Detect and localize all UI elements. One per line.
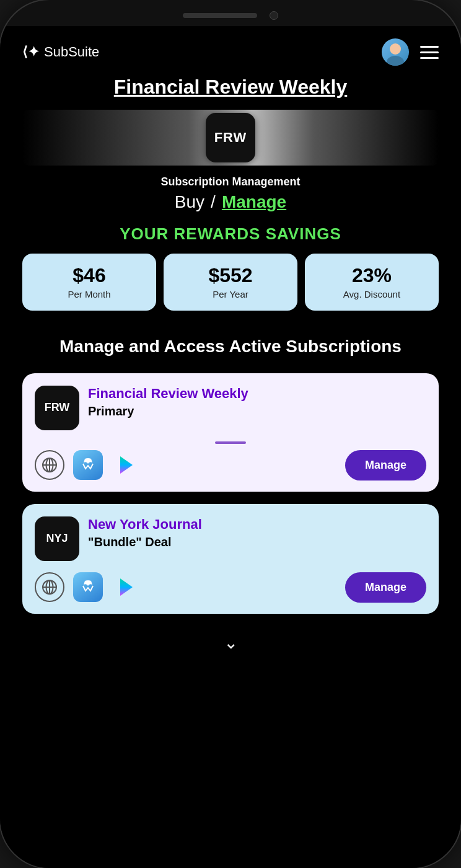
sub-name-nyj: New York Journal: [88, 516, 202, 533]
manage-link[interactable]: Manage: [222, 192, 286, 212]
sub-card-header-frw: FRW Financial Review Weekly Primary: [35, 386, 426, 430]
screen: ⟨✦ SubSuite Financial Review W: [0, 26, 461, 868]
sub-logo-text-frw: FRW: [45, 401, 70, 414]
rewards-title: YOUR REWARDS SAVINGS: [120, 224, 341, 244]
logo-area: ⟨✦ SubSuite: [22, 44, 99, 60]
main-content: Financial Review Weekly FRW Subscription…: [0, 76, 461, 868]
logo-text: SubSuite: [44, 44, 99, 60]
web-icon-nyj[interactable]: [35, 572, 64, 602]
card-divider-frw: [215, 441, 246, 444]
phone-shell: ⟨✦ SubSuite Financial Review W: [0, 0, 461, 868]
hamburger-menu-button[interactable]: [420, 46, 439, 59]
phone-top-bar: [0, 0, 461, 26]
header-right: [382, 38, 439, 66]
discount-value: 23%: [352, 265, 392, 286]
yearly-label: Per Year: [213, 289, 248, 299]
banner-logo: FRW: [206, 113, 255, 162]
app-store-icon-frw[interactable]: [73, 450, 103, 480]
monthly-value: $46: [72, 265, 105, 286]
scroll-down-chevron[interactable]: ⌄: [224, 632, 238, 653]
avatar-head: [390, 43, 401, 55]
sub-info-frw: Financial Review Weekly Primary: [88, 386, 248, 418]
hamburger-line-3: [420, 57, 439, 59]
subscription-card-frw: FRW Financial Review Weekly Primary: [22, 373, 439, 492]
hamburger-line-1: [420, 46, 439, 48]
sub-card-footer-frw: Manage: [35, 450, 426, 480]
sub-logo-frw: FRW: [35, 386, 79, 430]
subscriptions-section-heading: Manage and Access Active Subscriptions: [59, 335, 402, 358]
savings-card-monthly: $46 Per Month: [22, 254, 156, 311]
logo-icon: ⟨✦: [22, 44, 39, 60]
web-icon-frw[interactable]: [35, 450, 64, 480]
subscription-card-nyj: NYJ New York Journal "Bundle" Deal: [22, 504, 439, 614]
manage-button-nyj[interactable]: Manage: [345, 572, 426, 603]
sub-card-header-nyj: NYJ New York Journal "Bundle" Deal: [35, 516, 426, 561]
avatar-body: [387, 56, 404, 66]
banner-logo-text: FRW: [214, 130, 247, 146]
app-header: ⟨✦ SubSuite: [0, 26, 461, 76]
sub-type-frw: Primary: [88, 404, 248, 418]
savings-card-yearly: $552 Per Year: [164, 254, 297, 311]
play-store-icon-frw[interactable]: [112, 450, 141, 480]
play-store-icon-nyj[interactable]: [112, 572, 141, 602]
svg-marker-9: [120, 578, 133, 596]
discount-label: Avg. Discount: [343, 289, 400, 299]
buy-manage-row: Buy / Manage: [175, 192, 286, 212]
sub-logo-text-nyj: NYJ: [46, 532, 68, 545]
hamburger-line-2: [420, 51, 439, 53]
savings-cards-row: $46 Per Month $552 Per Year 23% Avg. Dis…: [22, 254, 439, 311]
buy-label: Buy: [175, 192, 204, 212]
slash-separator: /: [211, 192, 216, 212]
monthly-label: Per Month: [68, 289, 110, 299]
sub-management-label: Subscription Management: [160, 175, 300, 188]
manage-button-frw[interactable]: Manage: [345, 450, 426, 480]
sub-logo-nyj: NYJ: [35, 516, 79, 561]
camera-dot: [270, 11, 278, 20]
page-title: Financial Review Weekly: [22, 76, 439, 99]
sub-name-frw: Financial Review Weekly: [88, 386, 248, 402]
publication-banner: FRW: [22, 110, 439, 166]
notch-pill: [183, 13, 257, 18]
yearly-value: $552: [208, 265, 252, 286]
sub-type-nyj: "Bundle" Deal: [88, 535, 202, 549]
svg-marker-4: [120, 456, 133, 474]
avatar[interactable]: [382, 38, 409, 66]
savings-card-discount: 23% Avg. Discount: [305, 254, 439, 311]
app-store-icon-nyj[interactable]: [73, 572, 103, 602]
sub-info-nyj: New York Journal "Bundle" Deal: [88, 516, 202, 549]
sub-card-footer-nyj: Manage: [35, 572, 426, 603]
